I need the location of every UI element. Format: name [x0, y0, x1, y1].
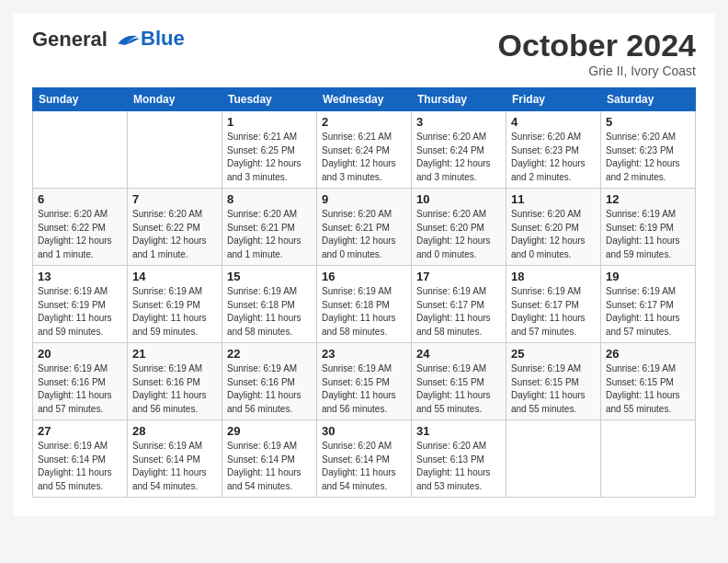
week-row-5: 27Sunrise: 6:19 AMSunset: 6:14 PMDayligh…: [33, 420, 696, 498]
header-row: Sunday Monday Tuesday Wednesday Thursday…: [33, 88, 696, 111]
calendar-cell: 17Sunrise: 6:19 AMSunset: 6:17 PMDayligh…: [412, 266, 506, 343]
location-subtitle: Grie II, Ivory Coast: [498, 63, 696, 78]
calendar-cell: 8Sunrise: 6:20 AMSunset: 6:21 PMDaylight…: [222, 189, 317, 266]
day-info: Sunrise: 6:19 AMSunset: 6:14 PMDaylight:…: [227, 440, 312, 493]
header-monday: Monday: [128, 88, 222, 111]
day-info: Sunrise: 6:21 AMSunset: 6:24 PMDaylight:…: [322, 131, 406, 184]
calendar-cell: [506, 420, 601, 498]
week-row-3: 13Sunrise: 6:19 AMSunset: 6:19 PMDayligh…: [33, 266, 696, 343]
calendar-cell: 6Sunrise: 6:20 AMSunset: 6:22 PMDaylight…: [33, 189, 128, 266]
day-number: 26: [606, 347, 690, 361]
day-number: 12: [606, 192, 690, 206]
calendar-table: Sunday Monday Tuesday Wednesday Thursday…: [32, 87, 696, 498]
calendar-cell: 13Sunrise: 6:19 AMSunset: 6:19 PMDayligh…: [33, 266, 128, 343]
calendar-cell: [128, 111, 222, 189]
day-info: Sunrise: 6:19 AMSunset: 6:16 PMDaylight:…: [38, 362, 122, 416]
day-number: 7: [132, 192, 217, 206]
day-number: 25: [511, 347, 596, 361]
day-info: Sunrise: 6:20 AMSunset: 6:23 PMDaylight:…: [511, 131, 596, 184]
calendar-cell: 27Sunrise: 6:19 AMSunset: 6:14 PMDayligh…: [33, 420, 128, 498]
calendar-cell: 10Sunrise: 6:20 AMSunset: 6:20 PMDayligh…: [412, 189, 506, 266]
calendar-cell: 4Sunrise: 6:20 AMSunset: 6:23 PMDaylight…: [506, 111, 601, 189]
day-number: 28: [132, 424, 217, 438]
day-info: Sunrise: 6:20 AMSunset: 6:20 PMDaylight:…: [511, 208, 596, 261]
calendar-cell: 29Sunrise: 6:19 AMSunset: 6:14 PMDayligh…: [222, 420, 317, 498]
calendar-cell: 23Sunrise: 6:19 AMSunset: 6:15 PMDayligh…: [317, 343, 412, 420]
calendar-cell: 31Sunrise: 6:20 AMSunset: 6:13 PMDayligh…: [412, 420, 506, 498]
day-number: 6: [38, 192, 122, 206]
week-row-4: 20Sunrise: 6:19 AMSunset: 6:16 PMDayligh…: [33, 343, 696, 420]
day-info: Sunrise: 6:19 AMSunset: 6:18 PMDaylight:…: [227, 285, 312, 339]
calendar-cell: 26Sunrise: 6:19 AMSunset: 6:15 PMDayligh…: [601, 343, 696, 420]
day-number: 22: [227, 347, 312, 361]
day-info: Sunrise: 6:20 AMSunset: 6:14 PMDaylight:…: [322, 440, 406, 493]
day-info: Sunrise: 6:19 AMSunset: 6:17 PMDaylight:…: [416, 285, 501, 339]
calendar-cell: 15Sunrise: 6:19 AMSunset: 6:18 PMDayligh…: [222, 266, 317, 343]
calendar-cell: 20Sunrise: 6:19 AMSunset: 6:16 PMDayligh…: [33, 343, 128, 420]
calendar-cell: [601, 420, 696, 498]
logo: General Blue: [32, 28, 185, 53]
day-number: 15: [227, 270, 312, 283]
day-info: Sunrise: 6:19 AMSunset: 6:15 PMDaylight:…: [322, 362, 406, 416]
header-sunday: Sunday: [33, 88, 128, 111]
day-number: 4: [511, 115, 596, 129]
day-info: Sunrise: 6:19 AMSunset: 6:15 PMDaylight:…: [606, 362, 690, 416]
calendar-cell: 30Sunrise: 6:20 AMSunset: 6:14 PMDayligh…: [317, 420, 412, 498]
week-row-1: 1Sunrise: 6:21 AMSunset: 6:25 PMDaylight…: [33, 111, 696, 189]
calendar-cell: 9Sunrise: 6:20 AMSunset: 6:21 PMDaylight…: [317, 189, 412, 266]
calendar-cell: 16Sunrise: 6:19 AMSunset: 6:18 PMDayligh…: [317, 266, 412, 343]
calendar-cell: 21Sunrise: 6:19 AMSunset: 6:16 PMDayligh…: [128, 343, 222, 420]
day-info: Sunrise: 6:20 AMSunset: 6:22 PMDaylight:…: [132, 208, 217, 261]
calendar-cell: 1Sunrise: 6:21 AMSunset: 6:25 PMDaylight…: [222, 111, 317, 189]
logo-text: General Blue: [32, 28, 185, 53]
day-number: 3: [416, 115, 501, 129]
day-number: 18: [511, 270, 596, 283]
header-tuesday: Tuesday: [222, 88, 317, 111]
day-info: Sunrise: 6:19 AMSunset: 6:19 PMDaylight:…: [606, 208, 690, 261]
calendar-cell: 19Sunrise: 6:19 AMSunset: 6:17 PMDayligh…: [601, 266, 696, 343]
title-block: October 2024 Grie II, Ivory Coast: [498, 28, 696, 78]
calendar-cell: 11Sunrise: 6:20 AMSunset: 6:20 PMDayligh…: [506, 189, 601, 266]
day-number: 27: [38, 424, 122, 438]
day-number: 30: [322, 424, 406, 438]
calendar-cell: 5Sunrise: 6:20 AMSunset: 6:23 PMDaylight…: [601, 111, 696, 189]
calendar-cell: 24Sunrise: 6:19 AMSunset: 6:15 PMDayligh…: [412, 343, 506, 420]
logo-bird-icon: [115, 28, 141, 53]
day-info: Sunrise: 6:20 AMSunset: 6:23 PMDaylight:…: [606, 131, 690, 184]
calendar-cell: 12Sunrise: 6:19 AMSunset: 6:19 PMDayligh…: [601, 189, 696, 266]
header-wednesday: Wednesday: [317, 88, 412, 111]
day-number: 17: [416, 270, 501, 283]
day-number: 9: [322, 192, 406, 206]
day-info: Sunrise: 6:21 AMSunset: 6:25 PMDaylight:…: [227, 131, 312, 184]
logo-line2: Blue: [141, 27, 185, 51]
header: General Blue October 2024 Grie II, Ivory…: [32, 28, 696, 78]
month-title: October 2024: [498, 28, 696, 63]
day-info: Sunrise: 6:20 AMSunset: 6:20 PMDaylight:…: [416, 208, 501, 261]
day-number: 11: [511, 192, 596, 206]
week-row-2: 6Sunrise: 6:20 AMSunset: 6:22 PMDaylight…: [33, 189, 696, 266]
page: General Blue October 2024 Grie II, Ivory…: [14, 14, 714, 516]
header-thursday: Thursday: [412, 88, 506, 111]
day-info: Sunrise: 6:19 AMSunset: 6:16 PMDaylight:…: [227, 362, 312, 416]
header-saturday: Saturday: [601, 88, 696, 111]
day-info: Sunrise: 6:20 AMSunset: 6:24 PMDaylight:…: [416, 131, 501, 184]
calendar-cell: 14Sunrise: 6:19 AMSunset: 6:19 PMDayligh…: [128, 266, 222, 343]
day-info: Sunrise: 6:19 AMSunset: 6:16 PMDaylight:…: [132, 362, 217, 416]
calendar-cell: 25Sunrise: 6:19 AMSunset: 6:15 PMDayligh…: [506, 343, 601, 420]
calendar-cell: 22Sunrise: 6:19 AMSunset: 6:16 PMDayligh…: [222, 343, 317, 420]
calendar-cell: 28Sunrise: 6:19 AMSunset: 6:14 PMDayligh…: [128, 420, 222, 498]
day-number: 29: [227, 424, 312, 438]
day-info: Sunrise: 6:20 AMSunset: 6:13 PMDaylight:…: [416, 440, 501, 493]
calendar-cell: 3Sunrise: 6:20 AMSunset: 6:24 PMDaylight…: [412, 111, 506, 189]
day-info: Sunrise: 6:19 AMSunset: 6:15 PMDaylight:…: [511, 362, 596, 416]
day-number: 19: [606, 270, 690, 283]
day-number: 20: [38, 347, 122, 361]
header-friday: Friday: [506, 88, 601, 111]
day-number: 1: [227, 115, 312, 129]
day-info: Sunrise: 6:20 AMSunset: 6:21 PMDaylight:…: [227, 208, 312, 261]
calendar-cell: 7Sunrise: 6:20 AMSunset: 6:22 PMDaylight…: [128, 189, 222, 266]
day-number: 21: [132, 347, 217, 361]
day-info: Sunrise: 6:19 AMSunset: 6:19 PMDaylight:…: [38, 285, 122, 339]
day-info: Sunrise: 6:19 AMSunset: 6:19 PMDaylight:…: [132, 285, 217, 339]
day-number: 13: [38, 270, 122, 283]
